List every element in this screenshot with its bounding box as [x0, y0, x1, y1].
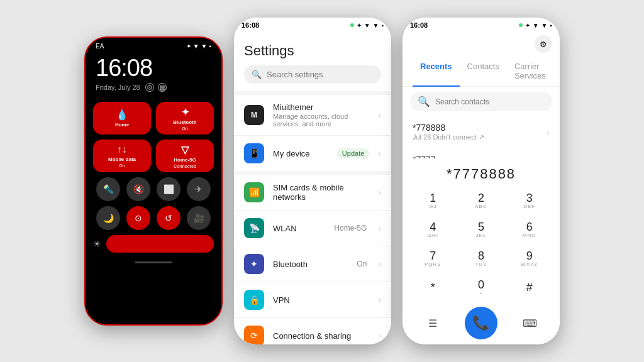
dial-key-4[interactable]: 4GHI	[410, 216, 456, 243]
settings-icon[interactable]: ⚙	[145, 83, 154, 92]
phone-settings-gear[interactable]: ⚙	[535, 35, 552, 53]
mute-icon[interactable]: 🔇	[126, 177, 150, 201]
chevron-icon4: ›	[378, 223, 381, 233]
recent-call-2[interactable]: *7777 Jun 19 Didn't connect ↗ ›	[402, 148, 560, 158]
mobile-data-tile[interactable]: ↑↓ Mobile data On	[93, 140, 151, 172]
bt-icon3: ✦	[525, 22, 530, 29]
dial-key-1[interactable]: 1GJ	[410, 187, 456, 214]
dial-key-8[interactable]: 8TUV	[458, 245, 504, 272]
wifi-tile-label: Home-5G	[174, 157, 196, 163]
call-button[interactable]: 📞	[465, 307, 497, 339]
bluetooth-tile[interactable]: ✦ Bluetooth On	[156, 102, 214, 134]
mydevice-item[interactable]: 📱 My device Update ›	[234, 136, 391, 171]
miuithemer-text: Miuithemer Manage accounts, cloud servic…	[273, 102, 369, 128]
tab-recents[interactable]: Recents	[413, 55, 460, 87]
update-badge[interactable]: Update	[337, 148, 369, 158]
wlan-title: WLAN	[273, 224, 325, 233]
signal-icon2: ▼	[364, 22, 370, 29]
contacts-search: 🔍	[402, 87, 560, 116]
chevron-icon5: ›	[378, 259, 381, 269]
home-tile[interactable]: 💧 Home	[93, 102, 151, 134]
connection-icon: ⟳	[244, 326, 264, 344]
chevron-icon2: ›	[378, 148, 381, 158]
chevron-icon6: ›	[378, 295, 381, 305]
mydevice-title: My device	[273, 149, 328, 158]
screen-icon[interactable]: ⬜	[157, 177, 180, 201]
tile-row-1: 💧 Home ✦ Bluetooth On	[93, 102, 214, 134]
record-icon[interactable]: ⊙	[126, 206, 150, 230]
dial-key-6[interactable]: 6MNO	[506, 216, 552, 243]
vpn-icon: 🔒	[244, 290, 264, 310]
night-icon[interactable]: 🌙	[96, 206, 120, 230]
dial-display: *7778888	[410, 163, 552, 187]
dial-key-3[interactable]: 3DEF	[506, 187, 552, 214]
chevron-icon7: ›	[378, 331, 381, 341]
search-icon-contacts: 🔍	[418, 96, 430, 107]
dial-key-0[interactable]: 0+	[458, 274, 504, 300]
dial-key-9[interactable]: 9WXYZ	[506, 245, 552, 272]
tab-carrier-services[interactable]: Carrier Services	[507, 55, 553, 87]
keyboard-toggle-button[interactable]: ⌨	[517, 310, 542, 336]
settings-search-input[interactable]	[267, 70, 374, 79]
brightness-low-icon: ☀	[93, 239, 101, 249]
brightness-bar[interactable]	[106, 235, 214, 253]
rotate-icon[interactable]: ↺	[157, 206, 180, 230]
wlan-icon: 📡	[244, 218, 264, 238]
sim-text: SIM cards & mobile networks	[273, 183, 369, 202]
dialpad-toggle-button[interactable]: ☰	[420, 310, 445, 336]
home-indicator	[93, 258, 214, 267]
wifi-icon: ▼	[201, 43, 208, 50]
bluetooth-item[interactable]: ✦ Bluetooth On ›	[234, 246, 391, 282]
bluetooth-tile-sub: On	[182, 126, 188, 131]
wlan-text: WLAN	[273, 224, 325, 233]
dial-key-5[interactable]: 5JKL	[458, 216, 504, 243]
camera-icon[interactable]: 🎥	[187, 206, 211, 230]
flashlight-icon[interactable]: 🔦	[96, 177, 120, 201]
settings-search-bar[interactable]: 🔍	[244, 65, 381, 84]
dial-key-star[interactable]: *	[410, 274, 456, 300]
sim-item[interactable]: 📶 SIM cards & mobile networks ›	[234, 175, 391, 211]
phone2-time: 16:08	[242, 21, 259, 29]
phone2-status-icons: ✦ ▼ ▼ ▪	[350, 22, 384, 29]
bluetooth-tile-label: Bluetooth	[173, 119, 196, 125]
phone1-time: 16:08	[96, 55, 211, 82]
phone2-inner: 16:08 ✦ ▼ ▼ ▪ Settings 🔍	[234, 18, 391, 344]
settings-section-2: 📶 SIM cards & mobile networks › 📡 WLAN H…	[234, 175, 391, 344]
mobile-data-icon: ↑↓	[117, 144, 127, 155]
phone3-inner: 16:08 ✦ ▼ ▼ ▪ ⚙ Recents Contacts Carrier	[402, 18, 560, 344]
dialer: *7778888 1GJ 2ABC 3DEF 4GHI 5JKL 6MNO 7P…	[402, 158, 560, 344]
quick-tiles: 💧 Home ✦ Bluetooth On ↑↓ Mobile data On	[86, 97, 221, 324]
vpn-item[interactable]: 🔒 VPN ›	[234, 282, 391, 318]
recent-call-1[interactable]: *778888 Jul 26 Didn't connect ↗ ›	[402, 116, 560, 148]
airplane-icon[interactable]: ✈	[187, 177, 211, 201]
contacts-search-bar[interactable]: 🔍	[410, 92, 552, 111]
connection-sharing-item[interactable]: ⟳ Connection & sharing ›	[234, 318, 391, 344]
miuithemer-sub: Manage accounts, cloud services, and mor…	[273, 112, 369, 128]
dial-key-2[interactable]: 2ABC	[458, 187, 504, 214]
phone3-status-bar: 16:08 ✦ ▼ ▼ ▪	[402, 18, 560, 33]
mobile-data-label: Mobile data	[108, 156, 136, 162]
bluetooth-settings-icon: ✦	[244, 254, 264, 274]
dial-key-7[interactable]: 7PQRS	[410, 245, 456, 272]
miuithemer-item[interactable]: M Miuithemer Manage accounts, cloud serv…	[234, 95, 391, 136]
home-bar	[135, 261, 172, 263]
contacts-search-input[interactable]	[435, 97, 545, 106]
phone-2: 16:08 ✦ ▼ ▼ ▪ Settings 🔍	[234, 18, 391, 344]
connection-title: Connection & sharing	[273, 331, 369, 341]
wifi-tile[interactable]: ▽ Home-5G Connected	[156, 140, 214, 172]
tab-contacts[interactable]: Contacts	[460, 55, 507, 87]
phone1-date-icons[interactable]: ⚙ ▦	[145, 83, 167, 92]
phone-app: Recents Contacts Carrier Services 🔍 *778	[402, 55, 560, 344]
wlan-item[interactable]: 📡 WLAN Home-5G ›	[234, 211, 391, 246]
mydevice-text: My device	[273, 149, 328, 158]
call-number-1: *778888	[413, 123, 547, 133]
vpn-title: VPN	[273, 295, 369, 305]
dialpad-grid: 1GJ 2ABC 3DEF 4GHI 5JKL 6MNO 7PQRS 8TUV …	[410, 187, 552, 300]
status-dot-3	[519, 23, 523, 27]
dial-key-hash[interactable]: #	[506, 274, 552, 300]
bluetooth-tile-icon: ✦	[181, 106, 189, 118]
grid-icon[interactable]: ▦	[158, 83, 167, 92]
bluetooth-text: Bluetooth	[273, 260, 348, 269]
phone-1: EA ✦ ▼ ▼ ▪ 16:08 Friday, July 28 ⚙ ▦	[84, 36, 223, 326]
vpn-text: VPN	[273, 295, 369, 305]
